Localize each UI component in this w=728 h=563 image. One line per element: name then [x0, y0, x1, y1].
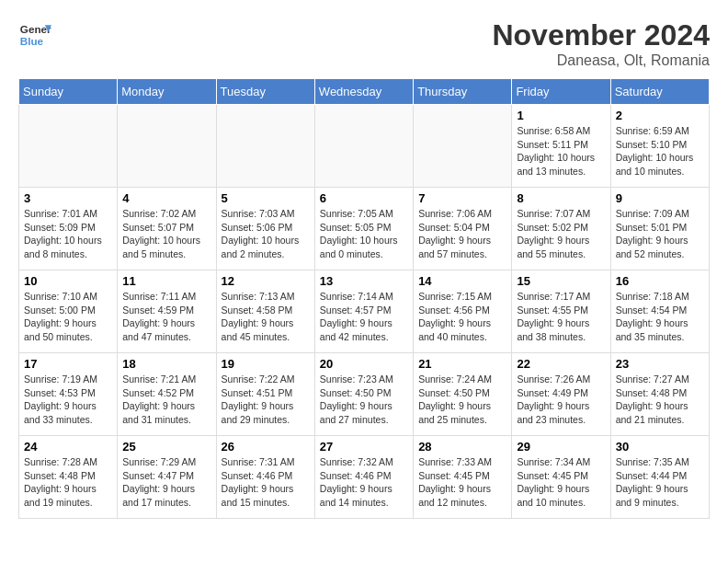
day-number: 16: [616, 274, 704, 288]
day-info: Sunrise: 7:35 AM Sunset: 4:44 PM Dayligh…: [616, 455, 704, 510]
day-number: 11: [122, 274, 210, 288]
calendar-cell: 26Sunrise: 7:31 AM Sunset: 4:46 PM Dayli…: [216, 436, 314, 519]
calendar-cell: 9Sunrise: 7:09 AM Sunset: 5:01 PM Daylig…: [610, 188, 709, 270]
calendar-cell: [118, 105, 216, 188]
calendar-week-1: 3Sunrise: 7:01 AM Sunset: 5:09 PM Daylig…: [19, 188, 710, 270]
calendar-cell: 16Sunrise: 7:18 AM Sunset: 4:54 PM Dayli…: [610, 270, 709, 353]
day-number: 19: [222, 357, 310, 371]
day-info: Sunrise: 7:15 AM Sunset: 4:56 PM Dayligh…: [418, 290, 506, 344]
day-number: 6: [320, 191, 408, 205]
calendar-week-4: 24Sunrise: 7:28 AM Sunset: 4:48 PM Dayli…: [19, 436, 710, 519]
svg-text:Blue: Blue: [20, 35, 44, 47]
day-number: 15: [517, 274, 605, 288]
calendar-cell: 14Sunrise: 7:15 AM Sunset: 4:56 PM Dayli…: [414, 270, 512, 353]
day-number: 22: [517, 357, 605, 371]
page-header: General Blue November 2024 Daneasa, Olt,…: [18, 18, 710, 69]
day-info: Sunrise: 7:22 AM Sunset: 4:51 PM Dayligh…: [222, 373, 310, 427]
day-number: 2: [616, 109, 704, 122]
day-info: Sunrise: 7:11 AM Sunset: 4:59 PM Dayligh…: [122, 290, 210, 344]
day-info: Sunrise: 7:27 AM Sunset: 4:48 PM Dayligh…: [616, 373, 704, 427]
calendar-cell: 4Sunrise: 7:02 AM Sunset: 5:07 PM Daylig…: [118, 188, 216, 270]
day-info: Sunrise: 7:29 AM Sunset: 4:47 PM Dayligh…: [122, 455, 210, 510]
day-number: 27: [320, 440, 408, 454]
col-tuesday: Tuesday: [216, 79, 314, 105]
calendar-header-row: Sunday Monday Tuesday Wednesday Thursday…: [19, 79, 710, 105]
day-number: 21: [418, 357, 506, 371]
calendar-cell: 22Sunrise: 7:26 AM Sunset: 4:49 PM Dayli…: [512, 353, 610, 436]
day-number: 25: [122, 440, 210, 454]
day-info: Sunrise: 7:13 AM Sunset: 4:58 PM Dayligh…: [222, 290, 310, 344]
calendar-cell: 24Sunrise: 7:28 AM Sunset: 4:48 PM Dayli…: [19, 436, 118, 519]
month-title: November 2024: [492, 18, 710, 52]
day-info: Sunrise: 7:10 AM Sunset: 5:00 PM Dayligh…: [24, 290, 112, 344]
calendar-cell: 28Sunrise: 7:33 AM Sunset: 4:45 PM Dayli…: [414, 436, 512, 519]
calendar-cell: 21Sunrise: 7:24 AM Sunset: 4:50 PM Dayli…: [414, 353, 512, 436]
calendar-cell: 2Sunrise: 6:59 AM Sunset: 5:10 PM Daylig…: [610, 105, 709, 188]
day-number: 17: [24, 357, 112, 371]
calendar-cell: [216, 105, 314, 188]
calendar-cell: 5Sunrise: 7:03 AM Sunset: 5:06 PM Daylig…: [216, 188, 314, 270]
day-info: Sunrise: 7:34 AM Sunset: 4:45 PM Dayligh…: [517, 455, 605, 510]
day-number: 5: [222, 191, 310, 205]
day-number: 3: [24, 191, 112, 205]
calendar-cell: 17Sunrise: 7:19 AM Sunset: 4:53 PM Dayli…: [19, 353, 118, 436]
calendar-cell: 15Sunrise: 7:17 AM Sunset: 4:55 PM Dayli…: [512, 270, 610, 353]
day-number: 24: [24, 440, 112, 454]
day-info: Sunrise: 7:17 AM Sunset: 4:55 PM Dayligh…: [517, 290, 605, 344]
day-info: Sunrise: 7:24 AM Sunset: 4:50 PM Dayligh…: [418, 373, 506, 427]
day-number: 1: [517, 109, 605, 122]
calendar-cell: 6Sunrise: 7:05 AM Sunset: 5:05 PM Daylig…: [314, 188, 413, 270]
calendar-cell: 18Sunrise: 7:21 AM Sunset: 4:52 PM Dayli…: [118, 353, 216, 436]
day-info: Sunrise: 7:14 AM Sunset: 4:57 PM Dayligh…: [320, 290, 408, 344]
logo-icon: General Blue: [18, 18, 51, 52]
calendar-cell: 20Sunrise: 7:23 AM Sunset: 4:50 PM Dayli…: [314, 353, 413, 436]
calendar-cell: 7Sunrise: 7:06 AM Sunset: 5:04 PM Daylig…: [414, 188, 512, 270]
day-number: 13: [320, 274, 408, 288]
day-info: Sunrise: 7:09 AM Sunset: 5:01 PM Dayligh…: [616, 207, 704, 261]
day-info: Sunrise: 7:31 AM Sunset: 4:46 PM Dayligh…: [222, 455, 310, 510]
calendar-cell: 23Sunrise: 7:27 AM Sunset: 4:48 PM Dayli…: [610, 353, 709, 436]
day-info: Sunrise: 7:28 AM Sunset: 4:48 PM Dayligh…: [24, 455, 112, 510]
calendar-week-0: 1Sunrise: 6:58 AM Sunset: 5:11 PM Daylig…: [19, 105, 710, 188]
day-number: 8: [517, 191, 605, 205]
day-info: Sunrise: 7:03 AM Sunset: 5:06 PM Dayligh…: [222, 207, 310, 261]
col-friday: Friday: [512, 79, 610, 105]
calendar-cell: 10Sunrise: 7:10 AM Sunset: 5:00 PM Dayli…: [19, 270, 118, 353]
day-number: 20: [320, 357, 408, 371]
svg-text:General: General: [20, 23, 51, 35]
calendar-cell: [19, 105, 118, 188]
calendar-cell: 3Sunrise: 7:01 AM Sunset: 5:09 PM Daylig…: [19, 188, 118, 270]
calendar-cell: 25Sunrise: 7:29 AM Sunset: 4:47 PM Dayli…: [118, 436, 216, 519]
col-thursday: Thursday: [414, 79, 512, 105]
day-number: 28: [418, 440, 506, 454]
calendar-cell: 19Sunrise: 7:22 AM Sunset: 4:51 PM Dayli…: [216, 353, 314, 436]
day-number: 14: [418, 274, 506, 288]
day-number: 29: [517, 440, 605, 454]
day-info: Sunrise: 6:59 AM Sunset: 5:10 PM Dayligh…: [616, 124, 704, 178]
col-wednesday: Wednesday: [314, 79, 413, 105]
calendar-cell: [314, 105, 413, 188]
calendar-week-3: 17Sunrise: 7:19 AM Sunset: 4:53 PM Dayli…: [19, 353, 710, 436]
day-info: Sunrise: 7:21 AM Sunset: 4:52 PM Dayligh…: [122, 373, 210, 427]
day-number: 18: [122, 357, 210, 371]
day-number: 12: [222, 274, 310, 288]
day-number: 23: [616, 357, 704, 371]
calendar-cell: 13Sunrise: 7:14 AM Sunset: 4:57 PM Dayli…: [314, 270, 413, 353]
day-number: 4: [122, 191, 210, 205]
day-info: Sunrise: 7:32 AM Sunset: 4:46 PM Dayligh…: [320, 455, 408, 510]
day-info: Sunrise: 7:02 AM Sunset: 5:07 PM Dayligh…: [122, 207, 210, 261]
title-block: November 2024 Daneasa, Olt, Romania: [492, 18, 710, 69]
day-info: Sunrise: 7:07 AM Sunset: 5:02 PM Dayligh…: [517, 207, 605, 261]
day-info: Sunrise: 6:58 AM Sunset: 5:11 PM Dayligh…: [517, 124, 605, 178]
day-info: Sunrise: 7:05 AM Sunset: 5:05 PM Dayligh…: [320, 207, 408, 261]
calendar-table: Sunday Monday Tuesday Wednesday Thursday…: [18, 78, 710, 519]
calendar-cell: 29Sunrise: 7:34 AM Sunset: 4:45 PM Dayli…: [512, 436, 610, 519]
calendar-cell: 1Sunrise: 6:58 AM Sunset: 5:11 PM Daylig…: [512, 105, 610, 188]
day-number: 26: [222, 440, 310, 454]
day-info: Sunrise: 7:18 AM Sunset: 4:54 PM Dayligh…: [616, 290, 704, 344]
day-info: Sunrise: 7:33 AM Sunset: 4:45 PM Dayligh…: [418, 455, 506, 510]
logo: General Blue: [18, 18, 51, 52]
calendar-week-2: 10Sunrise: 7:10 AM Sunset: 5:00 PM Dayli…: [19, 270, 710, 353]
col-saturday: Saturday: [610, 79, 709, 105]
day-number: 7: [418, 191, 506, 205]
